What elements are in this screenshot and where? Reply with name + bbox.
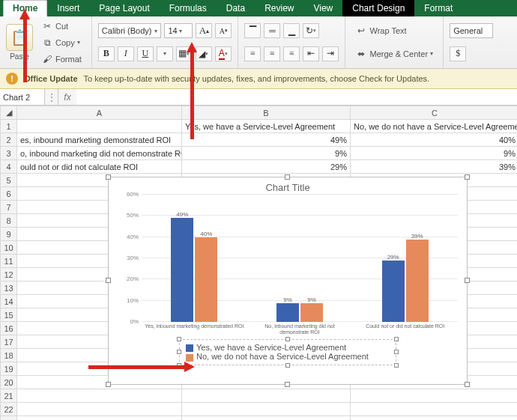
row-header[interactable]: 8 <box>1 214 17 228</box>
row-header[interactable]: 3 <box>1 147 17 160</box>
underline-button[interactable]: U <box>137 46 154 61</box>
row-header[interactable]: 6 <box>1 187 17 201</box>
cell[interactable] <box>182 403 351 416</box>
increase-font-button[interactable]: A▴ <box>196 23 212 38</box>
align-middle-button[interactable]: ═ <box>264 23 280 38</box>
row-header[interactable]: 12 <box>1 268 17 281</box>
resize-handle[interactable] <box>465 278 470 283</box>
bar-series1[interactable] <box>171 218 193 322</box>
underline-more-button[interactable]: ▾ <box>157 46 173 61</box>
resize-handle[interactable] <box>465 382 470 387</box>
select-all-corner[interactable]: ◢ <box>1 106 17 120</box>
tab-page-layout[interactable]: Page Layout <box>89 0 159 16</box>
cell[interactable]: 40% <box>351 133 518 147</box>
namebox-dropdown[interactable]: ⋮ <box>45 89 58 105</box>
indent-decrease-button[interactable]: ⇤ <box>303 46 319 61</box>
name-box[interactable]: Chart 2 <box>0 89 45 105</box>
tab-review[interactable]: Review <box>255 0 303 16</box>
bar-series2[interactable] <box>406 240 429 323</box>
resize-handle[interactable] <box>394 337 399 341</box>
orientation-button[interactable]: ↻▾ <box>303 23 319 38</box>
resize-handle[interactable] <box>285 174 290 180</box>
row-header[interactable]: 4 <box>1 160 17 174</box>
bar-group[interactable]: 49% 40% <box>171 218 217 322</box>
cell[interactable]: Yes, we have a Service-Level Agreement <box>182 120 351 133</box>
indent-increase-button[interactable]: ⇥ <box>322 46 339 61</box>
chart-title[interactable]: Chart Title <box>109 177 467 195</box>
row-header[interactable]: 22 <box>1 403 17 416</box>
cell[interactable] <box>17 389 182 403</box>
align-center-button[interactable]: ≡ <box>264 46 280 61</box>
resize-handle[interactable] <box>285 337 290 341</box>
resize-handle[interactable] <box>106 382 111 387</box>
row-header[interactable]: 18 <box>1 349 17 362</box>
formula-input[interactable] <box>76 89 517 105</box>
font-color-button[interactable]: A▾ <box>215 46 232 61</box>
font-size-select[interactable]: 14▾ <box>164 23 193 38</box>
cell[interactable]: 49% <box>182 133 351 147</box>
cell[interactable]: 39% <box>351 160 518 174</box>
cell[interactable] <box>182 389 351 403</box>
fill-color-button[interactable]: ◢▾ <box>196 46 212 61</box>
cell[interactable]: es, inbound marketing demonstrated ROI <box>17 133 182 147</box>
row-header[interactable]: 20 <box>1 376 17 389</box>
cell[interactable]: 9% <box>351 147 518 160</box>
legend-entry[interactable]: No, we do not have a Service-Level Agree… <box>186 352 390 361</box>
align-right-button[interactable]: ≡ <box>283 46 300 61</box>
resize-handle[interactable] <box>177 337 181 341</box>
row-header[interactable]: 1 <box>1 120 17 133</box>
row-header[interactable]: 7 <box>1 201 17 214</box>
resize-handle[interactable] <box>106 174 111 180</box>
decrease-font-button[interactable]: A▾ <box>215 23 232 38</box>
align-bottom-button[interactable]: ▁ <box>283 23 300 38</box>
row-header[interactable]: 2 <box>1 133 17 147</box>
resize-handle[interactable] <box>106 278 111 283</box>
align-top-button[interactable]: ▔ <box>244 23 261 38</box>
row-header[interactable]: 11 <box>1 255 17 268</box>
fx-label[interactable]: fx <box>58 89 76 105</box>
row-header[interactable]: 16 <box>1 322 17 335</box>
row-header[interactable]: 23 <box>1 416 17 421</box>
cell[interactable]: 9% <box>182 147 351 160</box>
chart-object[interactable]: Chart Title 0% 10% 20% 30% 40% 50% 60% 4… <box>108 177 468 385</box>
bar-series1[interactable] <box>276 303 299 323</box>
resize-handle[interactable] <box>394 350 399 354</box>
legend-entry[interactable]: Yes, we have a Service-Level Agreement <box>186 343 390 352</box>
row-header[interactable]: 5 <box>1 174 17 187</box>
font-name-select[interactable]: Calibri (Body)▾ <box>98 23 162 38</box>
col-header-b[interactable]: B <box>182 106 351 120</box>
cell[interactable]: No, we do not have a Service-Level Agree… <box>351 120 518 133</box>
cell[interactable] <box>351 403 518 416</box>
bar-group[interactable]: 9% 9% <box>276 303 323 323</box>
cell[interactable]: ould not or did not calculate ROI <box>17 160 182 174</box>
tab-format[interactable]: Format <box>414 0 462 16</box>
align-left-button[interactable]: ≡ <box>244 46 261 61</box>
row-header[interactable]: 15 <box>1 308 17 322</box>
row-header[interactable]: 21 <box>1 389 17 403</box>
tab-formulas[interactable]: Formulas <box>160 0 217 16</box>
col-header-c[interactable]: C <box>351 106 518 120</box>
col-header-a[interactable]: A <box>17 106 182 120</box>
italic-button[interactable]: I <box>118 46 134 61</box>
resize-handle[interactable] <box>394 363 399 368</box>
bar-series1[interactable] <box>382 261 405 322</box>
tab-home[interactable]: Home <box>3 0 47 16</box>
tab-view[interactable]: View <box>303 0 342 16</box>
bold-button[interactable]: B <box>98 46 115 61</box>
tab-insert[interactable]: Insert <box>47 0 89 16</box>
chart-legend[interactable]: Yes, we have a Service-Level Agreement N… <box>179 339 396 365</box>
cell[interactable] <box>17 416 182 421</box>
cell[interactable]: 29% <box>182 160 351 174</box>
chart-plot-area[interactable]: 0% 10% 20% 30% 40% 50% 60% 49% 40% 9% 9%… <box>142 195 458 322</box>
row-header[interactable]: 14 <box>1 295 17 308</box>
tab-data[interactable]: Data <box>217 0 255 16</box>
resize-handle[interactable] <box>285 363 290 368</box>
cut-button[interactable]: ✂Cut <box>37 18 85 34</box>
copy-button[interactable]: ⧉Copy▾ <box>37 34 85 51</box>
cell[interactable] <box>351 389 518 403</box>
cell[interactable] <box>17 403 182 416</box>
row-header[interactable]: 17 <box>1 335 17 349</box>
resize-handle[interactable] <box>177 363 181 368</box>
bar-series2[interactable] <box>195 237 217 322</box>
wrap-text-button[interactable]: ↩Wrap Text <box>351 22 437 39</box>
